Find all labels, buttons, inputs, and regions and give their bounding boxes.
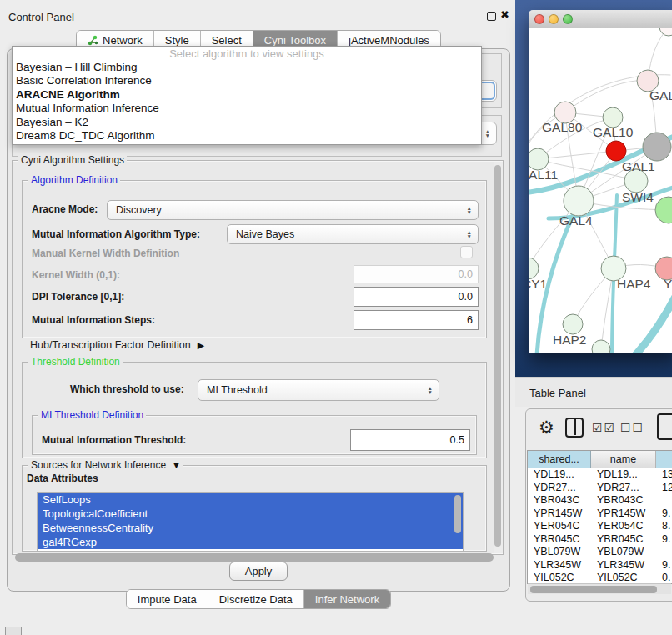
minimized-panel-icon[interactable] <box>5 627 22 635</box>
gear-icon[interactable]: ⚙ <box>539 418 554 438</box>
algorithm-option-basic-correlation-inference[interactable]: Basic Correlation Inference <box>13 74 481 88</box>
table-row[interactable]: YBR045CYBR045C9. <box>528 533 672 547</box>
tab-impute-data-label: Impute Data <box>138 593 197 606</box>
mi-threshold-field[interactable]: 0.5 <box>350 429 470 451</box>
spinner-arrows-icon: ▲▼ <box>467 230 472 238</box>
attributes-scrollbar-thumb[interactable] <box>454 495 461 533</box>
table-row[interactable]: YDR27...YDR27...12 <box>528 482 672 495</box>
table-row[interactable]: YLR345WYLR345W9. <box>528 559 672 572</box>
close-traffic-icon[interactable] <box>534 14 544 24</box>
data-attributes-list[interactable]: SelfLoopsTopologicalCoefficientBetweenne… <box>37 492 464 552</box>
table-cell: 8. <box>656 520 672 533</box>
algorithm-option-mutual-information-inference[interactable]: Mutual Information Inference <box>13 102 481 115</box>
tab-infer-network-label: Infer Network <box>315 593 379 606</box>
table-cell: YDL19... <box>591 468 656 482</box>
algorithm-option-aracne-algorithm[interactable]: ARACNE Algorithm <box>13 88 481 102</box>
tab-discretize-data[interactable]: Discretize Data <box>208 590 304 608</box>
mi-steps-field[interactable]: 6 <box>354 310 479 330</box>
tab-cyni-toolbox-label: Cyni Toolbox <box>264 34 326 47</box>
node-table[interactable]: shared...name YDL19...YDL19...13YDR27...… <box>527 450 672 584</box>
float-panel-icon[interactable] <box>487 12 496 21</box>
apply-button[interactable]: Apply <box>229 562 288 581</box>
network-view-window[interactable]: GALGAL80GAL10GAL1GAL11SWI4GAL4GCY1HAP4YH… <box>529 10 672 353</box>
mi-type-combobox[interactable]: Naive Bayes ▲▼ <box>227 224 479 244</box>
dpi-tolerance-label: DPI Tolerance [0,1]: <box>32 291 124 302</box>
network-canvas[interactable]: GALGAL80GAL10GAL1GAL11SWI4GAL4GCY1HAP4YH… <box>529 28 672 353</box>
select-all-checkboxes-icon[interactable]: ☑☑ <box>592 421 616 434</box>
network-node[interactable] <box>643 132 671 161</box>
which-threshold-value: MI Threshold <box>207 384 268 396</box>
minimize-traffic-icon[interactable] <box>549 14 559 24</box>
attribute-item-betweennesscentrality[interactable]: BetweennessCentrality <box>38 521 463 535</box>
table-cell: YBR043C <box>591 494 656 508</box>
tab-impute-data[interactable]: Impute Data <box>127 590 208 608</box>
sources-group-title: Sources for Network Inference <box>31 459 166 471</box>
table-cell: YLR345W <box>591 559 656 572</box>
which-threshold-label: Which threshold to use: <box>70 383 184 395</box>
algorithm-option-bayesian-k2[interactable]: Bayesian – K2 <box>13 116 481 129</box>
table-row[interactable]: YPR145WYPR145W9. <box>528 508 672 521</box>
network-edge-highlighted[interactable] <box>635 290 672 353</box>
network-window-titlebar[interactable] <box>529 10 672 28</box>
network-node[interactable] <box>592 340 610 353</box>
attribute-item-topologicalcoefficient[interactable]: TopologicalCoefficient <box>38 507 463 521</box>
table-cell: 9. <box>656 559 672 572</box>
apply-row: Apply <box>0 562 517 581</box>
table-cell: YBL079W <box>591 546 656 559</box>
tab-jactivemnodules-label: jActiveMNodules <box>349 34 429 47</box>
which-threshold-combobox[interactable]: MI Threshold ▲▼ <box>198 379 439 401</box>
table-hscrollbar[interactable] <box>528 583 671 594</box>
settings-hscrollbar-thumb[interactable] <box>15 553 494 562</box>
table-cell: YLR345W <box>528 559 591 572</box>
node-label-gal80: GAL80 <box>542 120 583 134</box>
mi-type-value: Naive Bayes <box>236 228 294 240</box>
network-node-hap2[interactable] <box>563 314 583 334</box>
network-node-gal1[interactable] <box>606 141 626 161</box>
export-table-icon[interactable] <box>657 413 672 440</box>
table-cell: 13 <box>656 468 672 482</box>
dpi-tolerance-field[interactable]: 0.0 <box>354 287 479 307</box>
mi-threshold-label: Mutual Information Threshold: <box>42 434 186 446</box>
table-panel-title: Table Panel <box>529 387 586 399</box>
attribute-item-selfloops[interactable]: SelfLoops <box>38 492 463 507</box>
column-header-shared-[interactable]: shared... <box>528 451 591 468</box>
hub-definition-expander[interactable]: Hub/Transcription Factor Definition ▶ <box>30 339 204 351</box>
aracne-mode-combobox[interactable]: Discovery ▲▼ <box>107 200 479 220</box>
table-row[interactable]: YER054CYER054C8. <box>528 520 672 533</box>
network-edge[interactable] <box>538 151 616 159</box>
mi-threshold-group-title: MI Threshold Definition <box>38 409 146 421</box>
threshold-definition-title: Threshold Definition <box>28 356 123 368</box>
table-row[interactable]: YIL052CYIL052C0. <box>528 572 672 584</box>
table-header-row[interactable]: shared...name <box>528 451 672 468</box>
network-node[interactable] <box>655 197 672 223</box>
deselect-checkboxes-icon[interactable]: ☐☐ <box>620 421 644 434</box>
algorithm-option-bayesian-hill-climbing[interactable]: Bayesian – Hill Climbing <box>13 61 481 74</box>
attribute-item-gal4rgexp[interactable]: gal4RGexp <box>38 535 463 549</box>
table-row[interactable]: YDL19...YDL19...13 <box>528 468 672 482</box>
aracne-mode-label: Aracne Mode: <box>32 203 98 215</box>
table-cell: YIL052C <box>591 572 656 584</box>
network-node[interactable] <box>659 28 672 36</box>
manual-kernel-checkbox[interactable] <box>460 246 473 258</box>
table-cell: YIL052C <box>528 572 591 584</box>
table-hscrollbar-thumb[interactable] <box>530 586 657 593</box>
zoom-traffic-icon[interactable] <box>563 14 573 24</box>
sources-group-title-row[interactable]: Sources for Network Inference ▼ <box>28 459 183 471</box>
kernel-width-field[interactable]: 0.0 <box>354 265 479 283</box>
hub-definition-label: Hub/Transcription Factor Definition <box>30 339 191 351</box>
column-header-name[interactable]: name <box>591 451 656 468</box>
table-row[interactable]: YBL079WYBL079W <box>528 546 672 559</box>
close-panel-icon[interactable]: ✖ <box>500 8 509 21</box>
network-edge[interactable] <box>565 81 648 112</box>
table-cell: YER054C <box>591 520 656 533</box>
tab-infer-network[interactable]: Infer Network <box>304 590 390 608</box>
node-label-swi4: SWI4 <box>622 190 654 204</box>
algorithm-option-dream8-dc-tdc-algorithm[interactable]: Dream8 DC_TDC Algorithm <box>13 129 481 142</box>
columns-icon[interactable] <box>565 418 584 438</box>
column-header-2[interactable] <box>656 451 672 468</box>
network-node-gal4[interactable] <box>564 186 594 216</box>
table-cell: YBL079W <box>528 546 591 559</box>
node-label-gal1: GAL1 <box>622 159 655 173</box>
table-row[interactable]: YBR043CYBR043C <box>528 494 672 508</box>
settings-scrollbar-thumb[interactable] <box>494 165 501 547</box>
